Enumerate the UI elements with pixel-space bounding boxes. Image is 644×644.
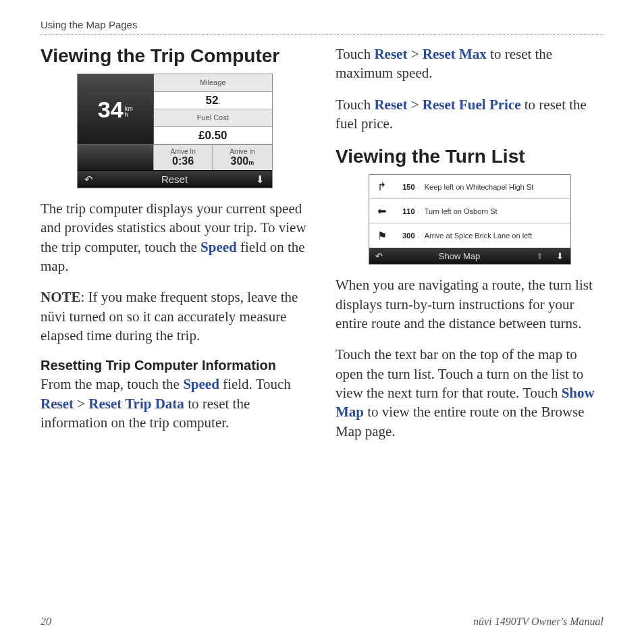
mileage-value: 52. (154, 92, 272, 109)
arrive-in-2-label: Arrive In (213, 145, 271, 155)
arrive-in-value: 0:36 (154, 155, 212, 170)
arrive-in-2-number: 300 (231, 155, 249, 167)
breadcrumb: Using the Map Pages (41, 19, 603, 35)
reset-trip-data-link: Reset Trip Data (88, 396, 184, 412)
turn-unit: . (418, 184, 419, 190)
turn-row[interactable]: ⬅ 110. Turn left on Osborn St (369, 199, 570, 223)
arrive-in-label: Arrive In (154, 145, 212, 155)
destination-flag-icon: ⚑ (373, 230, 391, 242)
turn-row[interactable]: ↱ 150. Keep left on Whitechapel High St (369, 175, 570, 199)
trip-computer-desc: The trip computer displays your current … (41, 199, 308, 275)
turn-text: Arrive at Spice Brick Lane on left (425, 232, 566, 240)
speed-unit: km h (125, 106, 133, 118)
reset-link-2: Reset (374, 46, 407, 62)
show-map-button[interactable]: Show Map (390, 251, 530, 261)
down-icon[interactable]: ⬇ (550, 251, 570, 261)
turn-icon: ↱ (373, 180, 391, 193)
reset-button[interactable]: Reset (101, 173, 249, 185)
text: Touch (336, 46, 374, 62)
reset-max-paragraph: Touch Reset > Reset Max to reset the max… (336, 45, 603, 83)
mileage-number: 52 (206, 94, 219, 107)
fuel-value: £0.50 (154, 127, 272, 144)
text: Touch the text bar on the top of the map… (336, 346, 583, 401)
turn-row[interactable]: ⚑ 300. Arrive at Spice Brick Lane on lef… (369, 223, 570, 248)
manual-title: nüvi 1490TV Owner's Manual (473, 616, 603, 628)
arrive-in-2-unit: m (248, 159, 254, 166)
speed-gauge: 34 km h (78, 74, 154, 144)
turn-list-desc: When you are navigating a route, the tur… (336, 275, 603, 333)
arrive-in-2-value: 300m (213, 155, 271, 170)
page-number: 20 (41, 616, 51, 628)
text: to view the entire route on the Browse M… (336, 404, 585, 439)
text: Touch (336, 97, 374, 113)
turn-distance: 300 (394, 232, 415, 240)
separator: > (74, 396, 88, 412)
trip-computer-figure: 34 km h Mileage 52. Fuel Cost £0.50 Arri… (77, 74, 273, 188)
turn-unit: . (418, 208, 419, 214)
turn-icon: ⬅ (373, 205, 391, 217)
turn-distance: 110 (394, 207, 415, 215)
left-column: Viewing the Trip Computer 34 km h Mileag… (41, 45, 308, 453)
separator: > (407, 97, 422, 113)
reset-link-3: Reset (374, 97, 407, 113)
text: From the map, touch the (41, 376, 183, 392)
page-footer: 20 nüvi 1490TV Owner's Manual (41, 616, 603, 628)
reset-link: Reset (41, 396, 74, 412)
mileage-unit: . (218, 99, 220, 105)
right-column: Touch Reset > Reset Max to reset the max… (336, 45, 603, 453)
heading-resetting: Resetting Trip Computer Information (41, 357, 308, 373)
heading-turn-list: Viewing the Turn List (336, 145, 603, 167)
speed-link-2: Speed (183, 376, 219, 392)
reset-max-link: Reset Max (423, 46, 487, 62)
reset-fuel-paragraph: Touch Reset > Reset Fuel Price to reset … (336, 95, 603, 134)
down-icon[interactable]: ⬇ (249, 173, 272, 186)
back-icon[interactable]: ↶ (369, 251, 390, 261)
turn-text: Keep left on Whitechapel High St (425, 183, 566, 191)
note-paragraph: NOTE: If you make frequent stops, leave … (41, 288, 308, 345)
mileage-label: Mileage (154, 74, 272, 92)
speed-link: Speed (200, 239, 237, 255)
text: field. Touch (219, 376, 291, 392)
note-label: NOTE (41, 289, 81, 305)
reset-paragraph: From the map, touch the Speed field. Tou… (41, 375, 308, 432)
turn-list-figure: ↱ 150. Keep left on Whitechapel High St … (369, 174, 571, 265)
fuel-label: Fuel Cost (154, 109, 272, 127)
up-icon[interactable]: ⬆ (530, 251, 550, 261)
turn-distance: 150 (394, 183, 415, 191)
back-icon[interactable]: ↶ (78, 173, 101, 186)
content-columns: Viewing the Trip Computer 34 km h Mileag… (41, 45, 603, 453)
speed-value: 34 (98, 97, 124, 123)
separator: > (407, 46, 422, 62)
reset-fuel-price-link: Reset Fuel Price (423, 97, 521, 113)
turn-list-instructions: Touch the text bar on the top of the map… (336, 345, 603, 441)
turn-unit: . (418, 233, 419, 239)
turn-text: Turn left on Osborn St (425, 207, 566, 215)
heading-trip-computer: Viewing the Trip Computer (41, 45, 308, 67)
